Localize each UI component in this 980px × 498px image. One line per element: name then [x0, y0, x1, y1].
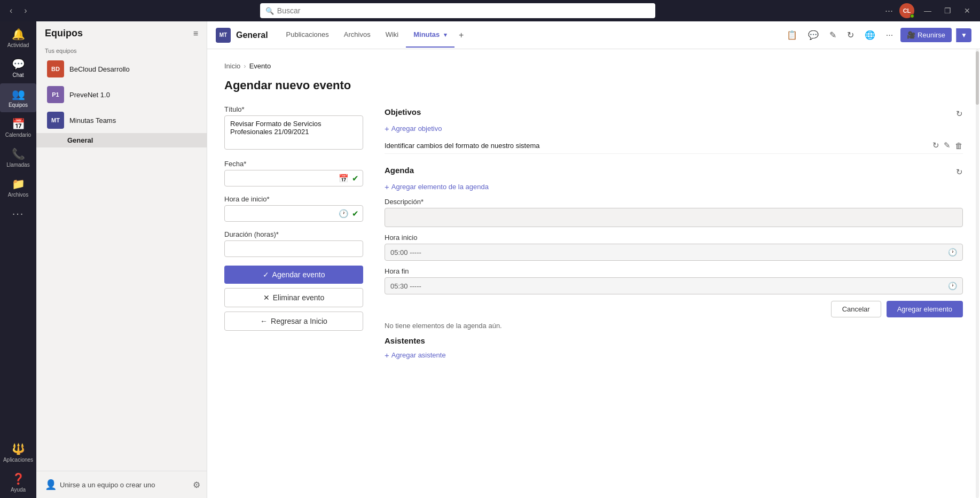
title-bar-right: ··· CL — ❐ ✕	[885, 3, 974, 18]
channel-item-general[interactable]: General	[36, 133, 207, 147]
sidebar-team-minutas[interactable]: MT Minutas Teams ···	[38, 107, 205, 133]
add-tab-button[interactable]: +	[454, 23, 468, 48]
clock-input-icon: 🕐	[339, 209, 349, 219]
reunirse-button[interactable]: 🎥 Reunirse	[900, 28, 952, 42]
add-agenda-link[interactable]: + Agregar elemento de la agenda	[385, 182, 963, 191]
apps-icon: 🔱	[12, 442, 25, 455]
reunirse-dropdown-button[interactable]: ▼	[956, 28, 971, 42]
hora-inicio-value: 05:00 -----	[390, 248, 421, 256]
search-input[interactable]	[277, 6, 650, 15]
sidebar-item-calendario[interactable]: 📅 Calendario	[0, 113, 36, 142]
hora-inicio-clock-icon: 🕐	[948, 248, 957, 256]
more-header-button[interactable]: ···	[883, 28, 896, 42]
add-asistente-link[interactable]: + Agregar asistente	[385, 351, 963, 360]
avatar[interactable]: CL	[899, 3, 914, 18]
join-team-label: Unirse a un equipo o crear uno	[60, 481, 155, 489]
asistentes-title: Asistentes	[385, 336, 425, 345]
search-bar: 🔍	[260, 3, 655, 18]
sidebar-team-prevenet[interactable]: P1 PreveNet 1.0 ···	[38, 82, 205, 107]
window-minimize-button[interactable]: —	[921, 6, 935, 15]
date-icons: 📅 ✔	[339, 174, 359, 183]
desc-label: Descripción*	[385, 198, 963, 206]
team-name-minutas: Minutas Teams	[69, 116, 184, 124]
title-bar-left: ‹ ›	[6, 5, 30, 17]
agregar-elemento-button[interactable]: Agregar elemento	[887, 301, 963, 317]
window-maximize-button[interactable]: ❐	[941, 6, 954, 15]
agenda-section: Agenda ↻ + Agregar elemento de la agenda…	[385, 164, 963, 330]
tab-wiki[interactable]: Wiki	[378, 23, 406, 48]
tab-archivos[interactable]: Archivos	[336, 23, 378, 48]
calendar-input-icon: 📅	[339, 174, 349, 183]
globe-button[interactable]: 🌐	[861, 28, 879, 42]
sidebar-section-label: Tus equipos	[36, 45, 207, 56]
hora-fin-input-row[interactable]: 05:30 ----- 🕐	[385, 277, 963, 294]
channel-header-actions: 📋 💬 ✎ ↻ 🌐 ··· 🎥 Reunirse ▼	[783, 28, 971, 42]
window-close-button[interactable]: ✕	[961, 6, 974, 15]
hora-fin-value: 05:30 -----	[390, 282, 421, 290]
duration-input[interactable]: 1	[224, 240, 363, 257]
edit-button[interactable]: ✎	[826, 28, 840, 42]
duration-label: Duración (horas)*	[224, 230, 363, 238]
team-name-prevenet: PreveNet 1.0	[69, 91, 184, 99]
chat-icon: 💬	[12, 58, 25, 71]
scrollbar-thumb[interactable]	[976, 51, 979, 105]
agenda-title: Agenda	[385, 166, 414, 175]
sidebar-item-more[interactable]: ···	[0, 203, 36, 224]
title-label: Título*	[224, 105, 363, 113]
agenda-action-row: Cancelar Agregar elemento	[385, 301, 963, 317]
sidebar-item-llamadas[interactable]: 📞 Llamadas	[0, 143, 36, 172]
breadcrumb-inicio[interactable]: Inicio	[224, 62, 240, 70]
hora-fin-clock-icon: 🕐	[948, 282, 957, 290]
join-team-button[interactable]: 👤 Unirse a un equipo o crear uno	[43, 477, 189, 493]
objective-edit-button[interactable]: ✎	[944, 141, 951, 150]
plus-icon-objetivo: +	[385, 124, 389, 133]
agendar-evento-button[interactable]: ✓ Agendar evento	[224, 266, 363, 284]
sidebar-item-equipos[interactable]: 👥 Equipos	[0, 83, 36, 112]
channel-name-general: General	[67, 136, 93, 144]
files-icon: 📁	[12, 177, 25, 190]
agenda-refresh-button[interactable]: ↻	[956, 167, 963, 177]
hora-inicio-input-row[interactable]: 05:00 ----- 🕐	[385, 244, 963, 261]
objetivos-refresh-button[interactable]: ↻	[956, 109, 963, 119]
calendar-icon: 📅	[12, 118, 25, 130]
form-content: Título* Revisar Formato de Servicios Pro…	[224, 105, 963, 364]
nav-back-button[interactable]: ‹	[6, 5, 15, 17]
join-team-icon: 👤	[45, 479, 57, 491]
video-icon: 🎥	[907, 31, 915, 39]
sidebar-item-archivos[interactable]: 📁 Archivos	[0, 173, 36, 202]
team-avatar-prevenet: P1	[47, 86, 64, 103]
no-items-label: No tiene elementos de la agenda aún.	[385, 322, 963, 330]
plus-icon-asistente: +	[385, 351, 389, 360]
channel-title: General	[236, 30, 268, 40]
chat-bubble-button[interactable]: 💬	[805, 28, 822, 42]
title-input[interactable]: Revisar Formato de Servicios Profesional…	[224, 115, 363, 150]
form-group-title: Título* Revisar Formato de Servicios Pro…	[224, 105, 363, 151]
sidebar-team-becloud[interactable]: BD BeCloud Desarrollo ···	[38, 56, 205, 82]
tab-publicaciones[interactable]: Publicaciones	[279, 23, 336, 48]
sidebar-item-aplicaciones[interactable]: 🔱 Aplicaciones	[0, 438, 36, 467]
sidebar-item-ayuda[interactable]: ❓ Ayuda	[0, 468, 36, 497]
refresh-button[interactable]: ↻	[844, 28, 857, 42]
meeting-notes-button[interactable]: 📋	[783, 28, 801, 42]
regresar-inicio-button[interactable]: ← Regresar a Inicio	[224, 312, 363, 331]
eliminar-evento-button[interactable]: ✕ Eliminar evento	[224, 288, 363, 307]
sidebar-item-chat[interactable]: 💬 Chat	[0, 53, 36, 82]
filter-icon[interactable]: ≡	[193, 29, 198, 38]
cancelar-button[interactable]: Cancelar	[831, 301, 881, 317]
agenda-header-row: Agenda ↻	[385, 164, 963, 180]
objective-refresh-button[interactable]: ↻	[932, 141, 939, 150]
add-objetivo-link[interactable]: + Agregar objetivo	[385, 124, 963, 133]
sidebar-item-actividad[interactable]: 🔔 Actividad	[0, 24, 36, 52]
page-title: Agendar nuevo evento	[224, 79, 963, 92]
breadcrumb-separator: ›	[244, 62, 246, 70]
more-options-dots[interactable]: ···	[885, 5, 893, 17]
team-avatar-minutas: MT	[47, 112, 64, 129]
nav-forward-button[interactable]: ›	[21, 5, 30, 17]
objective-delete-button[interactable]: 🗑	[955, 141, 963, 150]
tab-minutas[interactable]: Minutas ▾	[406, 23, 454, 48]
hora-fin-group: Hora fin 05:30 ----- 🕐	[385, 267, 963, 294]
desc-input[interactable]	[385, 208, 963, 227]
form-left: Título* Revisar Formato de Servicios Pro…	[224, 105, 363, 364]
settings-icon[interactable]: ⚙	[193, 480, 200, 490]
help-icon: ❓	[12, 472, 25, 485]
